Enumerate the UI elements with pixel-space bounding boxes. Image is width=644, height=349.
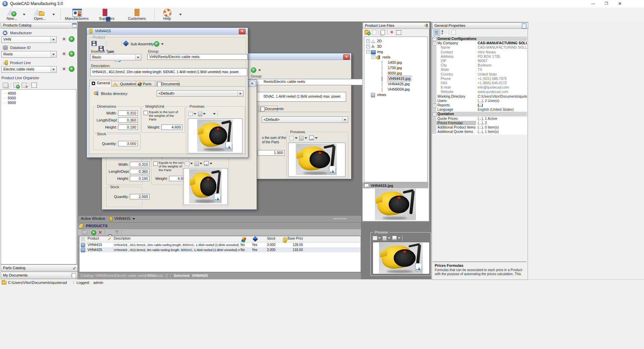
preview-image-icon[interactable] [204,161,209,166]
chevron-down-icon[interactable] [342,117,347,122]
select-icon[interactable] [396,30,401,35]
dialog-mid-height-field[interactable]: 0.190 [130,176,150,181]
property-grid[interactable]: −General Configurations−My CompanyCAD-MA… [432,37,527,135]
dialog-mid-close-icon[interactable]: ✕ [249,81,256,87]
property-row-language[interactable]: LanguageEnglish (United States) [432,107,527,112]
organizer-delete-icon[interactable]: ✕ [21,83,27,88]
insertion-type-select[interactable]: Basic [90,54,141,60]
tree-expand-icon[interactable]: − [372,55,375,59]
col-description[interactable]: Description [114,237,130,242]
chevron-down-icon[interactable] [51,52,56,57]
files-tree-item-1400-jpg[interactable]: 1400.jpg [364,60,427,65]
property-row-phone[interactable]: Phone+1 (501) 588-7970 [432,77,527,81]
new-file-icon[interactable] [372,30,376,35]
property-row-fax[interactable]: FAX+1 (866) 646-0172 [432,81,527,85]
property-row-state[interactable]: StateTX [432,67,527,72]
dialog-front-titlebar[interactable]: VHN4415 [87,28,248,35]
chevron-down-icon[interactable] [51,37,56,42]
tree-expand-icon[interactable]: + [366,39,370,43]
preview-3d-icon[interactable] [195,161,199,166]
property-category-quotation[interactable]: −Quotation [432,112,527,116]
files-tree-item-vhn4415-jpg[interactable]: VHN4415.jpg [364,76,427,81]
row-expand-icon[interactable]: − [433,42,436,45]
weight-checkbox[interactable] [144,111,148,115]
chevron-down-icon[interactable] [237,91,243,96]
chevron-down-icon[interactable] [132,218,135,220]
open-product-icon[interactable] [82,231,87,235]
product-row-vhn4415[interactable]: VHN4415VHN4415 , 4G1.5mm2, 10m cable ree… [79,242,361,247]
suppliers-button[interactable]: Suppliers [95,8,118,21]
property-row-website[interactable]: Websitewww.quotecad.com [432,90,527,94]
manufacturer-delete-icon[interactable]: ✕ [61,37,67,42]
database-delete-icon[interactable]: ✕ [61,52,67,56]
category-expand-icon[interactable]: − [433,112,436,116]
database-select[interactable]: Reels [1,51,57,58]
dialog-back-titlebar[interactable] [248,53,351,60]
save-icon[interactable] [92,41,97,46]
products-table-header[interactable]: Product Description Stock Base Price [79,236,361,242]
product-line-select[interactable]: Electric cable reels [1,66,57,73]
dialog-mid-length-field[interactable]: 0.360 [130,169,150,174]
property-row-working-directory[interactable]: Working DirectoryC:\Users\Vitor\Document… [432,94,527,99]
general-properties-header[interactable]: General Properties [432,22,528,29]
preview-2d-icon[interactable] [185,161,190,166]
length-field[interactable]: 0.360 [118,117,138,123]
new-button[interactable]: + New... [2,8,21,21]
image-file-icon[interactable] [214,193,221,201]
delete-product-icon[interactable]: ✕ [98,230,103,235]
product-row-vhn4425[interactable]: VHN4425VHN4425 , 4G2.5mm2, 8m cable reel… [79,247,361,252]
col-product[interactable]: Product [88,237,99,242]
property-row-zip[interactable]: ZIP96067 [432,59,527,63]
my-documents-bar[interactable]: My Documents [1,272,78,279]
tree-expand-icon[interactable]: − [366,50,370,54]
col-subassembly-icon[interactable] [253,236,258,242]
group-field[interactable]: VHN/Reels/Electric cable reels [147,54,248,60]
property-row-name[interactable]: NameCAD-MANUFACTURING SOLUTION [432,45,527,50]
open-dropdown[interactable] [51,8,56,21]
organizer-tree-item[interactable]: ⋯ 5000 [3,96,16,100]
property-row-reports[interactable]: +Reports(...) [432,103,527,107]
organizer-tree-item[interactable]: ⋯ 4000 [3,91,16,96]
files-tree-item-9000-jpg[interactable]: 9000.jpg [364,70,427,76]
chevron-down-icon[interactable] [51,67,56,72]
chevron-down-icon[interactable] [161,43,164,45]
manufacturer-add-icon[interactable]: + [69,36,74,42]
organizer-tree[interactable]: ⋯ 4000⋯ 5000⋯ 9000 [1,89,76,264]
product-line-files-header[interactable]: Product Line Files [363,22,430,29]
image-file-icon[interactable] [415,263,422,271]
blocks-directory-select[interactable]: <Default> [157,90,244,97]
chevron-down-icon[interactable] [135,55,141,60]
col-parts-icon[interactable] [241,237,246,243]
property-category-general-configurations[interactable]: −General Configurations [432,37,527,41]
organizer-tree-item[interactable]: ⋯ 9000 [3,100,16,105]
files-tree-item-vhn9004-jpg[interactable]: VHN9004.jpg [364,87,427,92]
add-product-icon[interactable]: + [91,230,96,235]
property-row-additional-product-items[interactable]: Additional Product Items(...), 0 Item(s) [432,125,527,130]
sub-assembly-status-icon[interactable]: ✔ [154,41,159,47]
preview-2d-icon[interactable] [188,112,193,116]
sort-az-icon[interactable]: AZ↓ [441,30,447,35]
product-line-add-icon[interactable]: + [69,66,74,72]
manufacturers-button[interactable]: Manufacturers [64,8,90,21]
organizer-node-icon[interactable] [3,83,8,88]
new-folder-icon[interactable]: + [365,31,370,35]
dialog-back-group-field[interactable]: Reels/Electric cable reels [250,79,365,85]
weight-field[interactable]: 4.600 [161,124,182,130]
dialog-mid-weight-checkbox[interactable] [153,161,158,166]
preview-image-icon[interactable] [392,236,397,240]
open-button[interactable]: Open... [30,8,50,21]
description-field[interactable]: VHN4415 , 4G1.5mm2, 10m cable reeling le… [90,68,247,76]
quantity-field[interactable]: 3.000 [118,141,138,146]
preview-2d-icon[interactable] [289,136,294,140]
col-base-price[interactable]: Base Price [287,237,303,242]
close-button[interactable]: ✕ [613,0,627,7]
property-row-quote-prices[interactable]: Quote Prices(...), 1 Active [432,116,527,121]
files-tree-item-vhn4425-jpg[interactable]: VHN4425.jpg [364,81,427,87]
dialog-mid-width-field[interactable]: 0.310 [130,162,150,167]
minimize-button[interactable]: — [586,0,600,7]
help-dropdown[interactable] [178,8,183,21]
copy-icon[interactable] [381,30,385,35]
property-row-e-mail[interactable]: E-mailinfo@quotecad.com [432,85,527,90]
tree-expand-icon[interactable]: + [366,45,370,48]
dialog-back-close-icon[interactable]: ✕ [343,54,350,60]
